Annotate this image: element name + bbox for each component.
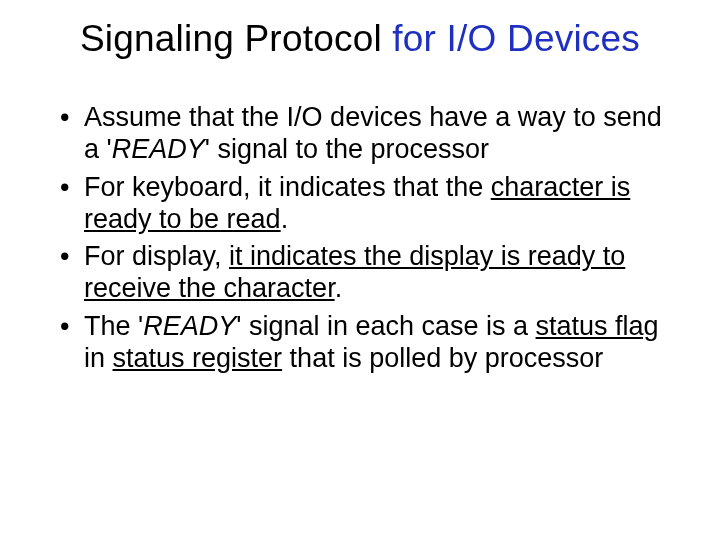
bullet-3: For display, it indicates the display is… [60,241,680,305]
bullet-1: Assume that the I/O devices have a way t… [60,102,680,166]
bullet-4-text-4: that is polled by processor [282,343,603,373]
bullet-2-text-2: . [281,204,289,234]
bullet-2: For keyboard, it indicates that the char… [60,172,680,236]
bullet-4: The 'READY' signal in each case is a sta… [60,311,680,375]
title-part-2: for I/O Devices [392,18,640,59]
bullet-list: Assume that the I/O devices have a way t… [40,102,680,375]
bullet-4-ready: READY [143,311,236,341]
bullet-4-underline-1: status flag [536,311,659,341]
slide-title: Signaling Protocol for I/O Devices [40,18,680,60]
bullet-1-ready: READY [112,134,205,164]
bullet-4-underline-2: status register [113,343,283,373]
bullet-4-text-2: signal in each case is a [241,311,535,341]
bullet-2-text-1: For keyboard, it indicates that the [84,172,491,202]
bullet-1-text-2: signal to the processor [210,134,489,164]
bullet-4-text-1: The [84,311,138,341]
bullet-4-text-3: in [84,343,113,373]
slide: Signaling Protocol for I/O Devices Assum… [0,0,720,540]
title-part-1: Signaling Protocol [80,18,392,59]
bullet-3-text-1: For display, [84,241,229,271]
bullet-3-text-2: . [335,273,343,303]
